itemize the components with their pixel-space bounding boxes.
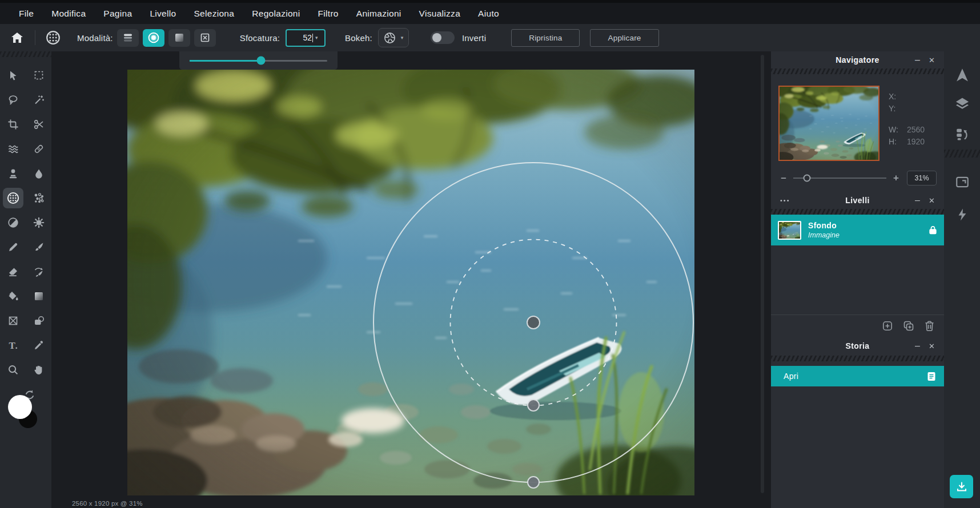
tool-zoom[interactable] xyxy=(3,360,23,380)
tool-liquify[interactable] xyxy=(3,139,23,159)
tool-paint-brush[interactable] xyxy=(29,237,49,257)
layer-row-sfondo[interactable]: Sfondo Immagine xyxy=(771,215,944,245)
bokeh-dropdown-button[interactable]: ▾ xyxy=(378,28,409,47)
home-icon xyxy=(11,31,23,44)
h-label: H: xyxy=(889,137,907,146)
tool-detail-blur[interactable] xyxy=(29,163,49,184)
focus-tool-icon xyxy=(46,30,61,45)
wand-icon xyxy=(33,94,45,106)
magnifier-icon xyxy=(7,364,19,376)
focus-tool-indicator[interactable] xyxy=(44,29,62,47)
reset-button[interactable]: Ripristina xyxy=(511,29,580,47)
history-empty-area xyxy=(771,386,944,508)
foreground-color-swatch[interactable] xyxy=(8,395,32,419)
mode-radial-icon xyxy=(147,31,160,44)
tool-sharpen[interactable] xyxy=(29,212,49,233)
mode-gradient-button[interactable] xyxy=(168,29,190,47)
layers-panel-icon[interactable] xyxy=(954,96,970,112)
tool-heal-wand[interactable] xyxy=(29,90,49,110)
tool-color-picker[interactable] xyxy=(29,335,49,356)
tool-heal[interactable] xyxy=(29,139,49,159)
zoom-slider-handle[interactable] xyxy=(804,175,811,182)
history-close-button[interactable]: ✕ xyxy=(929,336,935,356)
tool-arrange[interactable] xyxy=(3,65,23,86)
menu-file[interactable]: File xyxy=(19,9,34,19)
mode-none-button[interactable] xyxy=(194,29,216,47)
tool-crop[interactable] xyxy=(3,114,23,135)
tool-frame[interactable] xyxy=(3,311,23,331)
canvas-vertical-scrollbar[interactable] xyxy=(761,55,764,493)
menu-livello[interactable]: Livello xyxy=(150,9,176,19)
menu-animazioni[interactable]: Animazioni xyxy=(356,9,401,19)
layers-minimize-button[interactable]: – xyxy=(915,192,920,209)
tool-focus-blur[interactable] xyxy=(3,188,23,208)
lock-icon[interactable] xyxy=(929,225,937,235)
duplicate-layer-icon[interactable] xyxy=(903,320,914,332)
delete-layer-icon[interactable] xyxy=(924,320,935,332)
brush-icon xyxy=(33,241,45,253)
invert-toggle[interactable] xyxy=(431,31,455,44)
navigator-close-button[interactable]: ✕ xyxy=(929,51,935,68)
canvas-resize-icon[interactable] xyxy=(955,175,970,190)
layer-name: Sfondo xyxy=(808,221,929,230)
history-panel-icon[interactable] xyxy=(955,127,970,142)
tool-fill[interactable] xyxy=(3,286,23,307)
sidebar-hatch-divider xyxy=(0,51,51,57)
menu-modifica[interactable]: Modifica xyxy=(51,9,86,19)
blur-dropdown-arrow-icon[interactable]: ▾ xyxy=(315,35,318,41)
tool-shape[interactable] xyxy=(29,311,49,331)
zoom-percent-input[interactable] xyxy=(907,171,937,186)
mode-linear-button[interactable] xyxy=(117,29,139,47)
hand-icon xyxy=(33,364,45,376)
mode-radial-button[interactable] xyxy=(143,29,164,47)
zoom-in-button[interactable]: + xyxy=(891,172,901,184)
download-button[interactable] xyxy=(950,475,973,498)
apply-button[interactable]: Applicare xyxy=(590,29,658,47)
tool-dodge-burn[interactable] xyxy=(3,212,23,233)
tool-eraser[interactable] xyxy=(3,261,23,282)
tool-text[interactable]: T xyxy=(3,335,23,356)
text-caret xyxy=(312,34,313,42)
waves-icon xyxy=(7,143,19,155)
add-layer-icon[interactable] xyxy=(882,320,893,332)
flash-icon[interactable] xyxy=(955,208,969,221)
menu-regolazioni[interactable]: Regolazioni xyxy=(252,9,300,19)
canvas-area[interactable]: 2560 x 1920 px @ 31% xyxy=(51,51,771,508)
navigator-panel-icon[interactable] xyxy=(954,67,970,83)
x-label: X: xyxy=(889,92,907,101)
menu-visualizza[interactable]: Visualizza xyxy=(419,9,461,19)
history-item-apri[interactable]: Apri xyxy=(771,366,944,386)
tool-smudge[interactable] xyxy=(29,261,49,282)
eraser-icon xyxy=(7,266,19,277)
menu-seleziona[interactable]: Seleziona xyxy=(194,9,234,19)
menu-pagina[interactable]: Pagina xyxy=(103,9,132,19)
tool-draw[interactable] xyxy=(3,237,23,257)
layers-empty-area[interactable] xyxy=(771,245,944,315)
navigator-thumbnail[interactable] xyxy=(778,86,879,161)
tool-marquee-select[interactable] xyxy=(29,65,49,86)
zoom-out-button[interactable]: – xyxy=(778,172,789,184)
navigator-minimize-button[interactable]: – xyxy=(915,51,920,68)
sun-gear-icon xyxy=(33,217,45,228)
history-minimize-button[interactable]: – xyxy=(915,336,920,356)
layers-close-button[interactable]: ✕ xyxy=(929,192,935,209)
document-image[interactable] xyxy=(127,70,694,495)
tool-disperse[interactable] xyxy=(29,188,49,208)
focus-center-handle xyxy=(527,316,540,329)
half-circle-icon xyxy=(7,217,19,228)
home-button[interactable] xyxy=(8,29,26,47)
tool-hand[interactable] xyxy=(29,360,49,380)
zoom-slider-track[interactable] xyxy=(793,178,886,179)
svg-text:T: T xyxy=(9,340,15,351)
tool-lasso[interactable] xyxy=(3,90,23,110)
aperture-icon xyxy=(384,32,396,44)
tool-cutout[interactable] xyxy=(29,114,49,135)
blur-slider-handle[interactable] xyxy=(257,57,266,65)
blur-value-input[interactable] xyxy=(287,33,312,42)
panel-hatch-divider xyxy=(771,68,944,74)
blur-slider-track[interactable] xyxy=(190,60,327,62)
tool-gradient[interactable] xyxy=(29,286,49,307)
tool-clone-stamp[interactable] xyxy=(3,163,23,184)
menu-aiuto[interactable]: Aiuto xyxy=(478,9,499,19)
menu-filtro[interactable]: Filtro xyxy=(318,9,339,19)
